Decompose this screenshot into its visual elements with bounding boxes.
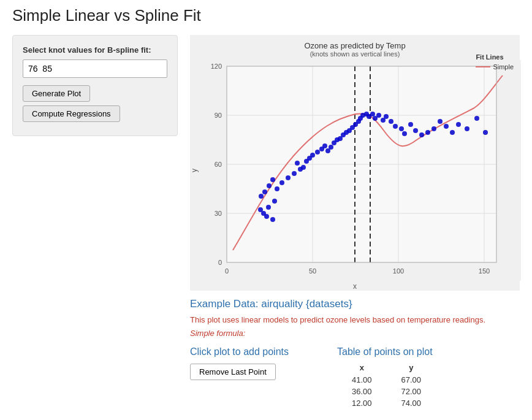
chart-svg-area[interactable]: 120 90 60 30 0 0 50 100 150: [202, 60, 521, 281]
svg-point-23: [267, 183, 272, 188]
svg-point-75: [450, 130, 455, 135]
svg-text:50: 50: [309, 267, 316, 275]
svg-point-40: [310, 153, 315, 158]
page-title: Simple Linear vs Spline Fit: [12, 6, 520, 25]
svg-point-63: [384, 114, 389, 119]
svg-point-24: [270, 177, 275, 182]
svg-text:30: 30: [215, 210, 222, 217]
bottom-section: Example Data: airquality {datasets} This…: [190, 298, 520, 409]
svg-point-69: [413, 128, 418, 133]
chart-subtitle: (knots shown as vertical lines): [190, 50, 520, 58]
table-cell-x: 12.00: [337, 397, 387, 409]
table-cell-y: 74.00: [387, 397, 436, 409]
click-plot-section: Click plot to add points Remove Last Poi…: [190, 346, 313, 380]
legend-title: Fit Lines: [476, 53, 514, 61]
y-axis-label: y: [190, 169, 201, 172]
example-data-title: Example Data: airquality {datasets}: [190, 298, 520, 310]
chart-legend: Fit Lines Simple: [476, 53, 514, 71]
svg-text:100: 100: [393, 267, 404, 275]
generate-plot-button[interactable]: Generate Plot: [23, 85, 90, 102]
click-plot-label: Click plot to add points: [190, 346, 313, 357]
svg-text:150: 150: [479, 267, 490, 275]
formula-text: Simple formula:: [190, 329, 520, 338]
svg-point-65: [393, 124, 398, 129]
svg-point-22: [262, 189, 267, 194]
svg-point-45: [329, 145, 333, 150]
table-header-y: y: [387, 361, 436, 374]
svg-point-33: [286, 175, 291, 180]
svg-point-71: [425, 130, 430, 135]
table-cell-y: 72.00: [387, 386, 436, 397]
svg-point-37: [301, 165, 306, 170]
svg-point-77: [465, 126, 469, 131]
legend-line-simple: [476, 66, 490, 67]
svg-point-29: [258, 207, 263, 212]
table-cell-y: 67.00: [387, 374, 436, 386]
svg-point-30: [264, 214, 269, 219]
svg-text:90: 90: [215, 112, 222, 119]
svg-point-68: [408, 122, 413, 127]
svg-point-70: [419, 132, 424, 137]
right-panel: Ozone as predicted by Temp (knots shown …: [190, 35, 520, 409]
svg-text:0: 0: [218, 259, 222, 266]
legend-label-simple: Simple: [493, 63, 514, 71]
svg-point-59: [370, 112, 375, 116]
svg-text:60: 60: [215, 161, 222, 168]
left-panel: Select knot values for B-spline fit: Gen…: [12, 35, 178, 136]
table-header-x: x: [337, 361, 387, 374]
description-text: This plot uses linear models to predict …: [190, 314, 520, 326]
table-cell-x: 36.00: [337, 386, 387, 397]
chart-svg[interactable]: 120 90 60 30 0 0 50 100 150: [202, 60, 521, 281]
svg-point-25: [275, 186, 279, 191]
svg-point-34: [292, 171, 297, 176]
x-axis-label: x: [190, 282, 520, 291]
compute-regressions-button[interactable]: Compute Regressions: [23, 105, 120, 122]
svg-point-72: [431, 126, 436, 131]
remove-last-point-button[interactable]: Remove Last Point: [190, 364, 276, 380]
svg-point-32: [279, 180, 284, 185]
svg-point-36: [295, 161, 300, 166]
chart-container: Ozone as predicted by Temp (knots shown …: [190, 35, 520, 291]
svg-point-78: [474, 116, 479, 121]
table-section: Table of points on plot x y 41.0067.0036…: [337, 346, 447, 409]
table-row: 36.0072.00: [337, 386, 436, 397]
table-row: 41.0067.00: [337, 374, 436, 386]
table-cell-x: 41.00: [337, 374, 387, 386]
svg-point-61: [376, 113, 381, 118]
svg-point-66: [399, 126, 404, 131]
svg-point-74: [444, 124, 449, 129]
svg-point-64: [389, 119, 393, 124]
svg-point-41: [315, 150, 320, 155]
svg-point-31: [270, 217, 275, 222]
table-label: Table of points on plot: [337, 346, 447, 357]
knot-input[interactable]: [23, 59, 167, 78]
chart-title: Ozone as predicted by Temp: [190, 41, 520, 50]
svg-text:120: 120: [211, 63, 222, 70]
svg-point-79: [483, 130, 488, 135]
svg-point-27: [266, 205, 271, 210]
legend-item-simple: Simple: [476, 63, 514, 71]
svg-point-76: [456, 122, 461, 127]
svg-point-26: [272, 199, 277, 204]
svg-point-67: [402, 131, 407, 136]
svg-point-43: [322, 143, 327, 148]
svg-point-21: [259, 194, 264, 199]
knot-label: Select knot values for B-spline fit:: [23, 45, 167, 55]
table-row: 12.0074.00: [337, 397, 436, 409]
bottom-row: Click plot to add points Remove Last Poi…: [190, 346, 520, 409]
svg-point-73: [438, 119, 443, 124]
svg-text:0: 0: [225, 267, 229, 275]
points-table: x y 41.0067.0036.0072.0012.0074.00: [337, 361, 436, 409]
